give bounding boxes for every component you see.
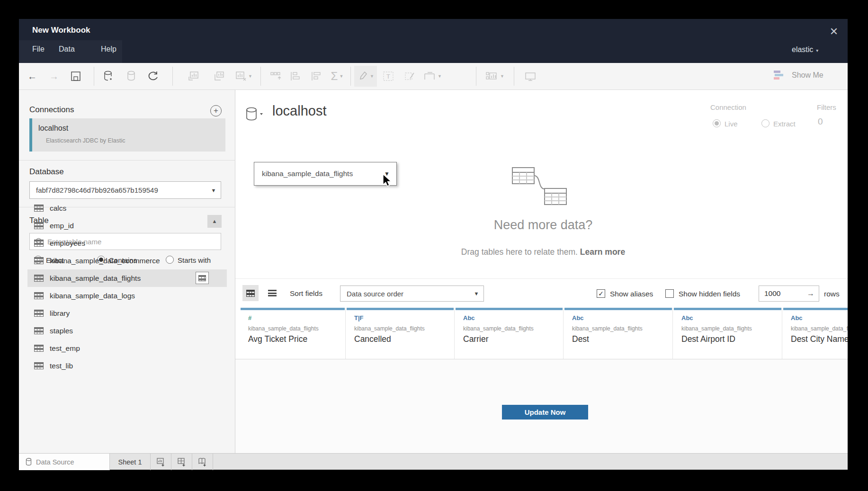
radio-live[interactable] bbox=[713, 119, 721, 127]
bottom-tab-bar: Data Source Sheet 1 bbox=[19, 453, 848, 470]
table-list-item[interactable]: kibana_sample_data_logs bbox=[27, 287, 227, 304]
title-bar: New Workbook ✕ File Data Help elastic▾ bbox=[19, 19, 848, 63]
table-list-item[interactable]: staples bbox=[27, 322, 227, 339]
clear-sheet-icon[interactable]: ▼ bbox=[233, 69, 255, 84]
svg-text:T: T bbox=[386, 73, 390, 80]
show-me-button[interactable]: Show Me bbox=[773, 71, 823, 80]
redo-icon[interactable]: → bbox=[45, 69, 63, 84]
database-dropdown[interactable]: fabf7d82798c46d7bb926a657b159549 ▼ bbox=[29, 181, 221, 199]
presentation-icon[interactable] bbox=[520, 69, 541, 84]
save-icon[interactable] bbox=[67, 69, 84, 84]
chevron-down-icon: ▼ bbox=[500, 74, 504, 79]
column-header[interactable]: T|F kibana_sample_data_flights Cancelled bbox=[347, 308, 455, 359]
radio-extract-label: Extract bbox=[773, 120, 796, 128]
apply-rows-icon[interactable]: → bbox=[803, 289, 819, 298]
new-worksheet-icon[interactable] bbox=[185, 69, 202, 84]
chevron-down-icon: ▼ bbox=[438, 74, 442, 79]
connection-section-label: Connection bbox=[710, 103, 746, 111]
chevron-down-icon: ▾ bbox=[816, 48, 818, 53]
menu-data[interactable]: Data bbox=[59, 45, 75, 54]
sort-descending-icon[interactable] bbox=[307, 69, 326, 84]
table-dropdown[interactable]: kibana_sample_data_flights ▼ bbox=[254, 162, 397, 186]
undo-icon[interactable]: ← bbox=[24, 69, 41, 84]
table-list-item[interactable]: calcs bbox=[27, 199, 227, 217]
table-icon bbox=[34, 310, 44, 317]
new-dashboard-tab-icon[interactable] bbox=[171, 454, 192, 470]
column-header[interactable]: Abc kibana_sample_data_flights Dest City… bbox=[783, 308, 848, 359]
table-icon bbox=[34, 240, 44, 247]
new-story-tab-icon[interactable] bbox=[192, 454, 213, 470]
table-list-item[interactable]: test_lib bbox=[27, 357, 227, 375]
datasource-icon[interactable] bbox=[245, 107, 264, 122]
main-toolbar: ← → ▼ bbox=[19, 63, 848, 90]
highlight-icon[interactable]: ▼ bbox=[356, 69, 377, 84]
table-icon bbox=[34, 275, 44, 282]
relate-tables-illustration bbox=[508, 164, 579, 211]
field-type-icon: Abc bbox=[572, 314, 584, 321]
rows-label: rows bbox=[824, 290, 840, 298]
view-data-icon[interactable] bbox=[196, 272, 209, 284]
column-header[interactable]: # kibana_sample_data_flights Avg Ticket … bbox=[241, 308, 346, 359]
grid-view-button[interactable] bbox=[242, 285, 259, 301]
chevron-down-icon: ▼ bbox=[469, 291, 483, 296]
connection-accent-bar bbox=[29, 118, 32, 152]
duplicate-sheet-icon[interactable] bbox=[210, 69, 227, 84]
edit-tooltip-icon[interactable] bbox=[401, 69, 420, 84]
menu-file[interactable]: File bbox=[32, 45, 45, 54]
user-menu[interactable]: elastic▾ bbox=[792, 45, 818, 54]
sort-order-value: Data source order bbox=[340, 290, 469, 298]
list-view-icon bbox=[268, 290, 277, 296]
fit-selector-icon[interactable]: ▼ bbox=[421, 69, 445, 84]
show-aliases-label: Show aliases bbox=[610, 290, 653, 298]
datasource-title: localhost bbox=[272, 103, 326, 119]
table-icon bbox=[34, 362, 44, 369]
connection-item[interactable]: localhost Elasticsearch JDBC by Elastic bbox=[29, 118, 225, 152]
tab-data-source[interactable]: Data Source bbox=[19, 454, 110, 470]
text-label-icon[interactable]: T bbox=[379, 69, 398, 84]
menu-help[interactable]: Help bbox=[101, 45, 116, 54]
chevron-down-icon: ▼ bbox=[248, 74, 252, 79]
totals-icon[interactable]: Σ▼ bbox=[326, 69, 349, 84]
new-datasource-icon[interactable] bbox=[100, 69, 116, 84]
column-header[interactable]: Abc kibana_sample_data_flights Dest bbox=[564, 308, 673, 359]
rows-input[interactable]: 1000 → bbox=[759, 286, 819, 302]
column-header[interactable]: Abc kibana_sample_data_flights Carrier bbox=[456, 308, 564, 359]
swap-axes-icon[interactable] bbox=[266, 69, 286, 84]
table-list-item[interactable]: emp_id bbox=[27, 217, 227, 234]
refresh-icon[interactable] bbox=[144, 69, 162, 84]
table-icon bbox=[34, 257, 44, 264]
table-icon bbox=[34, 345, 44, 352]
radio-extract[interactable] bbox=[761, 119, 770, 127]
data-sidebar: Connections + localhost Elasticsearch JD… bbox=[19, 90, 235, 453]
table-list-item[interactable]: kibana_sample_data_ecommerce bbox=[27, 252, 227, 269]
new-worksheet-tab-icon[interactable] bbox=[151, 454, 171, 470]
table-list-item[interactable]: employees bbox=[27, 234, 227, 252]
show-hidden-checkbox[interactable] bbox=[665, 289, 674, 298]
tab-sheet1[interactable]: Sheet 1 bbox=[110, 454, 151, 470]
filters-label: Filters bbox=[817, 103, 836, 111]
workbook-title: New Workbook bbox=[32, 26, 90, 35]
close-icon[interactable]: ✕ bbox=[827, 26, 841, 38]
pause-updates-icon[interactable] bbox=[123, 69, 139, 84]
show-aliases-checkbox[interactable]: ✓ bbox=[597, 289, 605, 298]
mark-labels-icon[interactable]: ▼ bbox=[482, 69, 508, 84]
learn-more-link[interactable]: Learn more bbox=[580, 247, 625, 257]
column-header[interactable]: Abc kibana_sample_data_flights Dest Airp… bbox=[674, 308, 782, 359]
database-value: fabf7d82798c46d7bb926a657b159549 bbox=[30, 186, 206, 194]
sort-ascending-icon[interactable] bbox=[286, 69, 305, 84]
update-now-button[interactable]: Update Now bbox=[502, 405, 588, 420]
show-hidden-label: Show hidden fields bbox=[679, 290, 740, 298]
table-icon bbox=[34, 327, 44, 334]
table-list-item-selected[interactable]: kibana_sample_data_flights bbox=[27, 269, 227, 287]
tableau-window: New Workbook ✕ File Data Help elastic▾ ←… bbox=[19, 19, 848, 470]
sort-order-dropdown[interactable]: Data source order ▼ bbox=[340, 286, 484, 302]
table-dropdown-value: kibana_sample_data_flights bbox=[254, 170, 377, 178]
table-list-item[interactable]: test_emp bbox=[27, 339, 227, 357]
list-view-button[interactable] bbox=[264, 285, 280, 301]
add-connection-icon[interactable]: + bbox=[210, 105, 222, 116]
table-list-item[interactable]: library bbox=[27, 304, 227, 322]
field-type-icon: # bbox=[248, 314, 251, 321]
chevron-down-icon: ▼ bbox=[339, 74, 343, 79]
datasource-canvas: localhost Connection Live Extract Filter… bbox=[235, 90, 848, 453]
database-label: Database bbox=[29, 167, 64, 177]
